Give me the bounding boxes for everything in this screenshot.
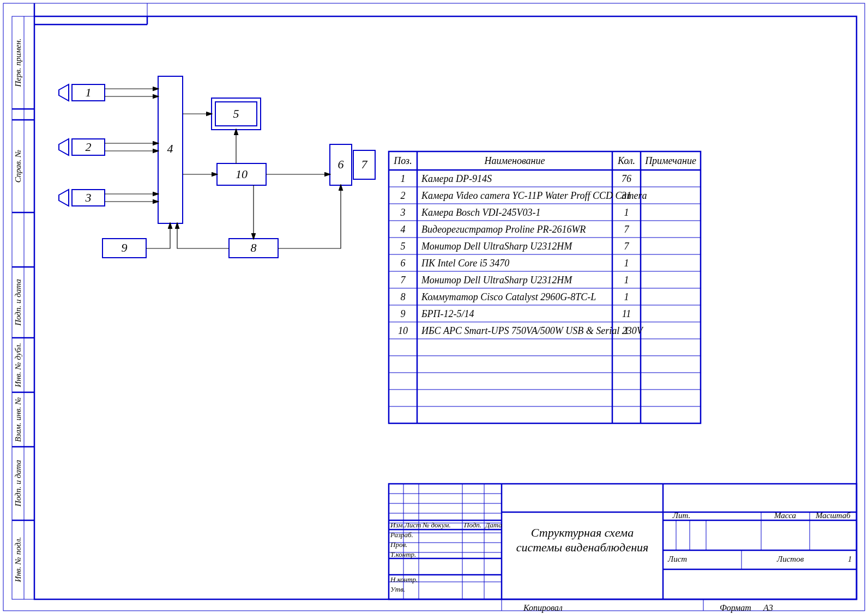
- svg-text:1: 1: [401, 173, 406, 184]
- svg-text:Коммутатор Cisco Catalyst 2960: Коммутатор Cisco Catalyst 2960G-8TC-L: [421, 291, 596, 302]
- svg-text:76: 76: [622, 173, 631, 184]
- svg-text:Камера Video camera YC-11P Wat: Камера Video camera YC-11P Water Proff C…: [421, 190, 647, 201]
- side-label: Перв. примен.: [14, 39, 22, 88]
- svg-text:1: 1: [624, 207, 629, 218]
- svg-text:7: 7: [361, 157, 368, 171]
- svg-text:1: 1: [624, 291, 629, 302]
- svg-text:1: 1: [86, 86, 92, 99]
- side-label: Инв. № подл.: [14, 537, 22, 583]
- svg-text:Подп.: Подп.: [463, 521, 481, 529]
- svg-text:4: 4: [401, 224, 406, 235]
- svg-text:4: 4: [167, 142, 173, 155]
- format-label: Формат: [720, 603, 751, 613]
- svg-text:ИБС APC Smart-UPS 750VA/500W U: ИБС APC Smart-UPS 750VA/500W USB & Seria…: [421, 325, 644, 336]
- svg-text:7: 7: [624, 224, 630, 235]
- block-diagram: 1 2 3 4 5 10 8 9: [59, 76, 375, 258]
- svg-text:Камера Bosch VDI-245V03-1: Камера Bosch VDI-245V03-1: [421, 207, 540, 218]
- svg-text:Разраб.: Разраб.: [390, 531, 413, 539]
- side-label: Справ. №: [14, 150, 22, 183]
- svg-text:8: 8: [251, 241, 257, 254]
- parts-table: Поз.НаименованиеКол.Примечание1Камера DP…: [389, 151, 701, 423]
- sidebar: Перв. примен. Справ. № Подп. и дата Инв.…: [12, 16, 34, 599]
- svg-text:Монитор Dell UltraSharp U2312H: Монитор Dell UltraSharp U2312HM: [421, 241, 572, 252]
- svg-text:6: 6: [401, 258, 406, 269]
- svg-text:системы виденаблюдения: системы виденаблюдения: [516, 540, 649, 554]
- drawing-sheet: Перв. примен. Справ. № Подп. и дата Инв.…: [0, 0, 868, 614]
- svg-text:11: 11: [622, 308, 631, 319]
- svg-text:1: 1: [624, 325, 629, 336]
- svg-text:Лит.: Лит.: [672, 511, 690, 520]
- svg-text:1: 1: [848, 555, 852, 563]
- svg-text:Н.контр.: Н.контр.: [390, 575, 418, 583]
- svg-marker-19: [59, 139, 69, 155]
- svg-text:Лист: Лист: [404, 521, 421, 529]
- svg-text:5: 5: [401, 241, 406, 252]
- svg-text:№ докум.: № докум.: [422, 521, 451, 529]
- svg-text:Дата: Дата: [484, 521, 502, 529]
- svg-text:31: 31: [621, 190, 631, 201]
- svg-text:7: 7: [401, 275, 406, 285]
- svg-text:БРП-12-5/14: БРП-12-5/14: [421, 308, 474, 319]
- svg-text:Поз.: Поз.: [393, 155, 412, 166]
- svg-marker-22: [59, 190, 69, 206]
- svg-text:5: 5: [233, 107, 239, 120]
- svg-text:3: 3: [400, 207, 406, 218]
- svg-text:Масса: Масса: [774, 511, 796, 520]
- camera-2: 2: [59, 139, 105, 155]
- svg-text:Изм.: Изм.: [390, 521, 405, 529]
- kopiroval: Копировал: [523, 603, 563, 613]
- side-label: Взам. инв. №: [14, 397, 22, 442]
- svg-text:10: 10: [236, 167, 248, 181]
- side-label: Инв. № дубл.: [14, 343, 22, 388]
- svg-marker-16: [59, 84, 69, 101]
- svg-text:Наименование: Наименование: [484, 155, 545, 166]
- svg-text:9: 9: [401, 308, 406, 319]
- svg-text:8: 8: [401, 291, 406, 302]
- svg-text:Примечание: Примечание: [644, 155, 696, 166]
- block-5: 5: [212, 98, 261, 130]
- svg-text:Камера DP-914S: Камера DP-914S: [421, 173, 492, 184]
- svg-text:1: 1: [624, 275, 629, 285]
- side-label: Подп. и дата: [14, 460, 22, 507]
- svg-text:Видеорегистратор Proline PR-26: Видеорегистратор Proline PR-2616WR: [421, 224, 586, 235]
- svg-text:ПК Intel Core i5 3470: ПК Intel Core i5 3470: [421, 258, 509, 269]
- svg-text:2: 2: [401, 190, 406, 201]
- svg-text:Утв.: Утв.: [390, 585, 405, 593]
- svg-text:10: 10: [398, 325, 408, 336]
- svg-text:Лист: Лист: [667, 555, 687, 563]
- svg-text:1: 1: [624, 258, 629, 269]
- svg-text:Листов: Листов: [776, 555, 804, 563]
- camera-3: 3: [59, 190, 105, 206]
- svg-text:Структурная схема: Структурная схема: [531, 526, 634, 539]
- block-6-7: 6 7: [330, 144, 375, 185]
- svg-text:Пров.: Пров.: [390, 540, 407, 549]
- svg-text:Кол.: Кол.: [617, 155, 635, 166]
- format-value: А3: [763, 603, 773, 612]
- svg-text:6: 6: [338, 157, 344, 171]
- svg-text:3: 3: [85, 191, 92, 204]
- svg-text:9: 9: [122, 241, 128, 254]
- svg-text:7: 7: [624, 241, 630, 252]
- svg-text:2: 2: [86, 140, 92, 154]
- side-label: Подп. и дата: [14, 279, 22, 326]
- camera-1: 1: [59, 84, 105, 101]
- svg-text:Т.контр.: Т.контр.: [390, 550, 416, 558]
- svg-text:Монитор Dell UltraSharp U2312H: Монитор Dell UltraSharp U2312HM: [421, 275, 572, 285]
- svg-text:Масштаб: Масштаб: [815, 511, 851, 520]
- title-block: Изм. Лист № докум. Подп. Дата Разраб. Пр…: [389, 484, 857, 599]
